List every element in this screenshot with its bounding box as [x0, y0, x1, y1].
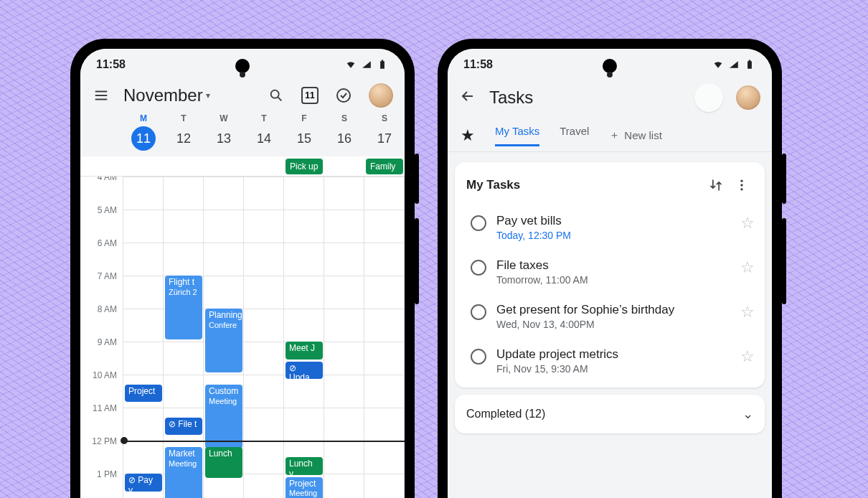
calendar-cell[interactable]	[324, 408, 364, 441]
calendar-cell[interactable]	[324, 441, 364, 474]
starred-tab-icon[interactable]: ★	[461, 126, 475, 145]
calendar-cell[interactable]	[364, 309, 405, 342]
calendar-cell[interactable]	[244, 408, 284, 441]
calendar-cell[interactable]	[324, 210, 364, 243]
month-picker[interactable]: November ▾	[123, 85, 210, 105]
week-day[interactable]: F15	[284, 113, 324, 151]
star-icon[interactable]: ☆	[740, 214, 755, 232]
star-icon[interactable]: ☆	[740, 303, 755, 321]
task-complete-radio[interactable]	[471, 260, 486, 276]
task-complete-radio[interactable]	[471, 304, 486, 320]
calendar-cell[interactable]	[284, 177, 324, 210]
week-day[interactable]: S17	[364, 113, 405, 151]
calendar-grid[interactable]: 4 AM5 AM6 AM7 AM8 AM9 AM10 AM11 AM12 PM1…	[80, 177, 405, 498]
calendar-cell[interactable]	[244, 309, 284, 342]
calendar-cell[interactable]	[164, 375, 204, 408]
allday-event[interactable]: Family	[366, 159, 403, 174]
calendar-cell[interactable]	[364, 342, 405, 375]
calendar-cell[interactable]	[244, 210, 284, 243]
calendar-cell[interactable]	[244, 243, 284, 276]
calendar-cell[interactable]	[164, 210, 204, 243]
tab-travel[interactable]: Travel	[560, 125, 589, 146]
star-icon[interactable]: ☆	[740, 258, 755, 277]
calendar-cell[interactable]	[123, 177, 164, 210]
week-day[interactable]: T14	[244, 113, 284, 151]
calendar-cell[interactable]	[123, 276, 164, 309]
calendar-event[interactable]: Lunch	[205, 447, 242, 478]
calendar-cell[interactable]	[364, 408, 405, 441]
task-item[interactable]: Update project metricsFri, Nov 15, 9:30 …	[466, 339, 759, 383]
calendar-cell[interactable]	[284, 210, 324, 243]
calendar-cell[interactable]	[204, 210, 244, 243]
star-icon[interactable]: ☆	[740, 347, 755, 366]
calendar-cell[interactable]	[123, 243, 164, 276]
calendar-cell[interactable]	[284, 375, 324, 408]
calendar-cell[interactable]	[364, 474, 405, 498]
calendar-cell[interactable]	[364, 243, 405, 276]
calendar-cell[interactable]	[123, 342, 164, 375]
calendar-cell[interactable]	[364, 276, 405, 309]
calendar-cell[interactable]	[244, 474, 284, 498]
calendar-cell[interactable]	[164, 243, 204, 276]
more-icon[interactable]	[729, 172, 755, 198]
calendar-cell[interactable]	[364, 441, 405, 474]
back-icon[interactable]	[459, 88, 476, 108]
calendar-cell[interactable]	[164, 342, 204, 375]
tasks-icon[interactable]	[334, 86, 353, 105]
calendar-cell[interactable]	[364, 210, 405, 243]
calendar-cell[interactable]	[284, 408, 324, 441]
task-item[interactable]: File taxesTomorrow, 11:00 AM☆	[466, 250, 759, 294]
calendar-cell[interactable]	[244, 177, 284, 210]
calendar-cell[interactable]	[164, 177, 204, 210]
calendar-event[interactable]: Project	[125, 385, 162, 403]
calendar-event[interactable]: ProjectMeeting	[286, 477, 323, 498]
calendar-event[interactable]: ⊘ File t	[165, 418, 202, 436]
calendar-cell[interactable]	[284, 276, 324, 309]
calendar-cell[interactable]	[324, 276, 364, 309]
calendar-event[interactable]: PlanningConfere	[205, 309, 242, 372]
task-item[interactable]: Pay vet billsToday, 12:30 PM☆	[466, 205, 759, 250]
calendar-event[interactable]: MarketMeeting	[165, 447, 202, 498]
calendar-cell[interactable]	[324, 375, 364, 408]
week-day[interactable]: S16	[324, 113, 364, 151]
week-day[interactable]: M11	[123, 113, 164, 151]
calendar-cell[interactable]	[204, 243, 244, 276]
calendar-cell[interactable]	[324, 309, 364, 342]
calendar-event[interactable]: CustomMeeting	[205, 385, 242, 448]
calendar-cell[interactable]	[244, 342, 284, 375]
calendar-event[interactable]: ⊘ Upda	[286, 362, 323, 380]
calendar-event[interactable]: Meet J	[286, 342, 323, 360]
calendar-cell[interactable]	[324, 177, 364, 210]
calendar-cell[interactable]	[204, 276, 244, 309]
week-day[interactable]: T12	[164, 113, 204, 151]
week-day[interactable]: W13	[204, 113, 244, 151]
tab-my-tasks[interactable]: My Tasks	[495, 125, 539, 146]
calendar-event[interactable]: Lunch v	[286, 457, 323, 475]
calendar-cell[interactable]	[244, 441, 284, 474]
task-complete-radio[interactable]	[471, 215, 486, 231]
calendar-event[interactable]: Flight tZürich 2	[165, 276, 202, 339]
calendar-cell[interactable]	[324, 474, 364, 498]
menu-icon[interactable]	[92, 86, 110, 105]
completed-section[interactable]: Completed (12) ⌄	[455, 395, 765, 433]
calendar-cell[interactable]	[123, 210, 164, 243]
avatar[interactable]	[736, 85, 760, 110]
unknown-action-button[interactable]	[694, 83, 723, 112]
calendar-cell[interactable]	[324, 342, 364, 375]
calendar-cell[interactable]	[324, 243, 364, 276]
calendar-cell[interactable]	[244, 375, 284, 408]
calendar-event[interactable]: ⊘ Pay v	[125, 474, 162, 492]
calendar-cell[interactable]	[364, 177, 405, 210]
calendar-cell[interactable]	[244, 276, 284, 309]
avatar[interactable]	[369, 83, 393, 108]
calendar-cell[interactable]	[123, 309, 164, 342]
new-list-button[interactable]: ＋ New list	[609, 128, 662, 142]
calendar-cell[interactable]	[204, 177, 244, 210]
calendar-cell[interactable]	[123, 441, 164, 474]
task-item[interactable]: Get present for Sophie’s birthdayWed, No…	[466, 294, 759, 339]
calendar-cell[interactable]	[284, 309, 324, 342]
allday-event[interactable]: Pick up	[286, 159, 323, 174]
calendar-cell[interactable]	[123, 408, 164, 441]
today-button[interactable]: 11	[301, 87, 319, 104]
task-complete-radio[interactable]	[471, 349, 486, 365]
